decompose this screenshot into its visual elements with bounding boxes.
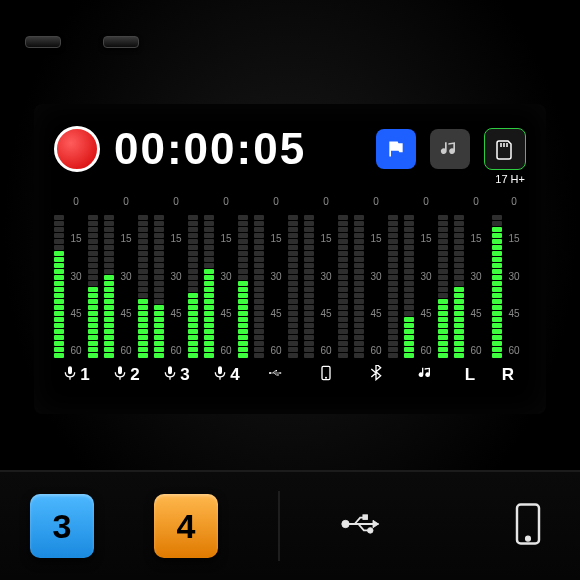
mic-icon xyxy=(62,365,78,386)
channel-label: 2 xyxy=(112,364,139,386)
svg-point-14 xyxy=(526,536,531,541)
channel-label: R xyxy=(502,364,514,386)
db-scale: 015304560 xyxy=(166,194,186,358)
flag-icon xyxy=(386,139,406,159)
channel-label xyxy=(268,364,284,386)
channel-ch3[interactable]: 0153045603 xyxy=(154,194,198,386)
pad-label: 4 xyxy=(177,507,196,546)
mic-icon xyxy=(162,365,178,386)
touchscreen[interactable]: 00:00:05 17 H+ 0153045601015304560201530… xyxy=(34,104,546,414)
db-scale: 015304560 xyxy=(366,194,386,358)
db-scale: 015304560 xyxy=(416,194,436,358)
channel-mobile[interactable]: 015304560 xyxy=(304,194,348,386)
channel-label: 1 xyxy=(62,364,89,386)
knob[interactable] xyxy=(25,36,61,48)
marker-button[interactable] xyxy=(376,129,416,169)
pad-4-button[interactable]: 4 xyxy=(154,494,218,558)
channel-soundpad[interactable]: 015304560 xyxy=(404,194,448,386)
phone-icon xyxy=(318,365,334,386)
timecode-display: 00:00:05 xyxy=(114,124,306,174)
usb-icon xyxy=(268,365,284,386)
mic-icon xyxy=(112,365,128,386)
db-scale: 015304560 xyxy=(504,194,524,358)
knob[interactable] xyxy=(103,36,139,48)
separator xyxy=(278,491,280,561)
db-scale: 015304560 xyxy=(66,194,86,358)
sd-card-icon xyxy=(496,138,514,160)
music-icon xyxy=(418,365,434,386)
channel-label xyxy=(418,364,434,386)
db-scale: 015304560 xyxy=(466,194,486,358)
channel-ch4[interactable]: 0153045604 xyxy=(204,194,248,386)
svg-point-6 xyxy=(277,374,279,376)
record-button[interactable] xyxy=(54,126,100,172)
channel-label xyxy=(368,364,384,386)
device-frame: 00:00:05 17 H+ 0153045601015304560201530… xyxy=(0,0,580,580)
channel-label: 4 xyxy=(212,364,239,386)
channel-label: 3 xyxy=(162,364,189,386)
svg-rect-5 xyxy=(276,370,277,371)
hardware-row: 3 4 xyxy=(0,470,580,580)
usb-icon xyxy=(340,502,384,546)
svg-point-8 xyxy=(325,376,327,378)
svg-rect-11 xyxy=(363,515,368,520)
db-scale: 015304560 xyxy=(316,194,336,358)
db-scale: 015304560 xyxy=(116,194,136,358)
storage-button[interactable]: 17 H+ xyxy=(484,128,526,170)
status-row: 00:00:05 17 H+ xyxy=(54,124,526,174)
bluetooth-icon xyxy=(368,365,384,386)
channel-label xyxy=(318,364,334,386)
channel-bt[interactable]: 015304560 xyxy=(354,194,398,386)
meter-area: 0153045601015304560201530456030153045604… xyxy=(54,190,526,386)
db-scale: 015304560 xyxy=(266,194,286,358)
music-icon xyxy=(440,139,460,159)
phone-port-label xyxy=(506,502,550,550)
pad-label: 3 xyxy=(53,507,72,546)
mic-icon xyxy=(212,365,228,386)
channel-ch2[interactable]: 0153045602 xyxy=(104,194,148,386)
svg-point-12 xyxy=(368,528,374,534)
usb-port-label xyxy=(340,502,384,550)
phone-icon xyxy=(506,502,550,546)
pad-3-button[interactable]: 3 xyxy=(30,494,94,558)
db-scale: 015304560 xyxy=(216,194,236,358)
top-knobs xyxy=(25,36,139,48)
channel-outR[interactable]: 015304560R xyxy=(492,194,524,386)
channel-usb[interactable]: 015304560 xyxy=(254,194,298,386)
channel-outL[interactable]: 015304560L xyxy=(454,194,486,386)
channel-label: L xyxy=(465,364,475,386)
soundpad-button[interactable] xyxy=(430,129,470,169)
storage-remaining: 17 H+ xyxy=(495,173,525,185)
channel-ch1[interactable]: 0153045601 xyxy=(54,194,98,386)
